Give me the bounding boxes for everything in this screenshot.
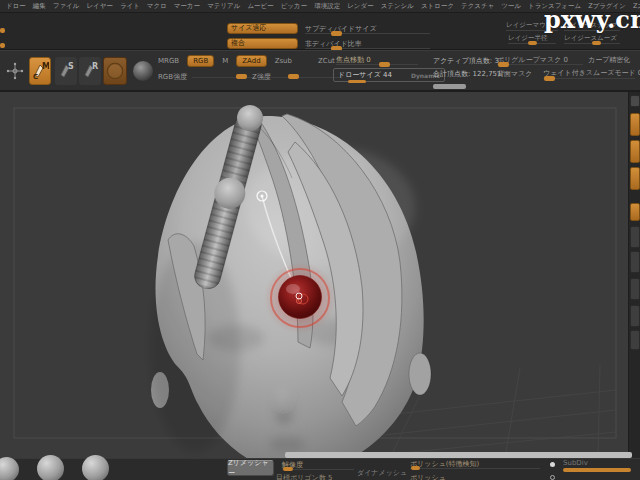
menu-item-preferences[interactable]: 環境設定 (314, 2, 340, 11)
tray-gray-button-3[interactable] (630, 278, 640, 300)
backface-mask-label[interactable]: 背面マスク (497, 69, 533, 79)
watermark-text: pxwy.cn (544, 5, 640, 34)
tray-orange-button-3[interactable] (630, 167, 640, 190)
left-edge-slider-handle[interactable] (0, 28, 5, 33)
target-poly-label[interactable]: 目標ポリゴン数 5 (276, 473, 332, 480)
subdivide-size-handle[interactable] (331, 31, 342, 36)
menu-item-marker[interactable]: マーカー (174, 2, 200, 11)
weighted-smooth-handle[interactable] (544, 76, 555, 81)
draw-pointer-icon[interactable] (4, 57, 26, 85)
focal-shift-track[interactable] (336, 64, 418, 65)
menu-item-render[interactable]: レンダー (347, 2, 373, 11)
menu-item-draw[interactable]: ドロー (6, 2, 26, 11)
svg-text:C: C (33, 73, 38, 81)
active-points-stat: アクティブ頂点数: 3 (433, 56, 499, 66)
zadd-mode[interactable]: ZAdd (236, 55, 266, 67)
menu-item-macro[interactable]: マクロ (147, 2, 167, 11)
polish-radio[interactable] (550, 475, 555, 480)
lazy-smooth-handle[interactable] (592, 41, 601, 45)
menu-item-stroke[interactable]: ストローク (421, 2, 454, 11)
draw-size-handle[interactable] (348, 80, 366, 83)
tray-orange-button-2[interactable] (630, 140, 640, 163)
brush-thumbnail-2[interactable] (37, 455, 64, 480)
z-intensity-track[interactable] (274, 77, 340, 78)
viewport-3d-model[interactable] (0, 92, 628, 458)
mrgb-mode[interactable]: MRGB (158, 57, 179, 65)
brush-thumbnail-3[interactable] (82, 455, 109, 480)
rgb-mode[interactable]: RGB (187, 55, 214, 67)
subdivide-size-track[interactable] (305, 33, 430, 34)
weighted-smooth-track[interactable] (543, 78, 635, 79)
menu-item-stencil[interactable]: ステンシル (381, 2, 414, 11)
menu-item-layer[interactable]: レイヤー (86, 2, 112, 11)
svg-text:S: S (68, 62, 74, 71)
polish-detect-track[interactable] (410, 468, 540, 469)
draw-size-label: ドローサイズ 44 (338, 70, 392, 80)
menu-item-texture[interactable]: テクスチャ (461, 2, 494, 11)
paint-brush-s-icon[interactable]: S (55, 57, 77, 85)
svg-text:R: R (92, 62, 98, 71)
menu-item-light[interactable]: ライト (120, 2, 140, 11)
material-circle-icon[interactable] (103, 57, 127, 85)
tray-orange-button-4[interactable] (630, 203, 640, 221)
polygroup-mask-handle[interactable] (498, 62, 509, 67)
bottom-tray: Zリメッシャー 解像度 目標ポリゴン数 5 ダイナメッシュ ポリッシュ(特徴検知… (0, 458, 640, 480)
z-intensity-label: Z強度 (252, 72, 271, 82)
menu-item-material[interactable]: マテリアル (207, 2, 240, 11)
zsub-mode[interactable]: Zsub (275, 57, 292, 65)
mode-buttons: MRGB RGB M ZAdd Zsub ZCut (158, 55, 335, 67)
combined-button[interactable]: 複合 (227, 38, 298, 49)
lazy-smooth-label[interactable]: レイジースムーズ (564, 34, 617, 43)
menu-item-tool[interactable]: ツール (501, 2, 521, 11)
tool-shelf: M C S R MRGB RGB (0, 50, 640, 92)
dynamesh-label: ダイナメッシュ (357, 468, 407, 478)
total-points-stat: 合計頂点数: 122,751 (433, 69, 502, 79)
resolution-handle[interactable] (283, 467, 293, 471)
rgb-intensity-handle[interactable] (236, 74, 247, 79)
menu-item-edit[interactable]: 編集 (33, 2, 46, 11)
polish-detect-radio[interactable] (550, 462, 555, 467)
adaptive-size-button[interactable]: サイズ適応 (227, 23, 298, 34)
zcut-mode[interactable]: ZCut (318, 57, 335, 65)
tray-gray-button-2[interactable] (630, 251, 640, 273)
menu-item-picker[interactable]: ピッカー (281, 2, 307, 11)
menu-item-file[interactable]: ファイル (53, 2, 80, 11)
right-ear (409, 353, 431, 395)
rgb-intensity-label: RGB強度 (158, 72, 187, 82)
weighted-smooth-label: ウェイト付きスムーズモード 0 (543, 68, 640, 78)
polygroup-mask-track[interactable] (497, 64, 583, 65)
viewport-canvas[interactable] (0, 92, 628, 458)
undivide-ratio-track[interactable] (305, 48, 430, 49)
focal-shift-handle[interactable] (379, 62, 390, 67)
left-edge-slider-handle2[interactable] (0, 43, 5, 48)
right-tray (628, 92, 640, 480)
tray-orange-button-1[interactable] (630, 113, 640, 136)
red-sphere[interactable] (264, 262, 336, 334)
zremesher-button[interactable]: Zリメッシャー (227, 460, 274, 476)
tray-gray-button-1[interactable] (630, 226, 640, 248)
polish-detect-handle[interactable] (411, 466, 420, 470)
paint-brush-m-icon[interactable]: M C (29, 57, 51, 85)
tray-gray-button-4[interactable] (630, 305, 640, 327)
material-sphere-icon[interactable] (131, 57, 155, 85)
svg-text:M: M (42, 62, 49, 71)
z-intensity-handle[interactable] (288, 74, 299, 79)
subdiv-slider-fill[interactable] (563, 468, 631, 472)
zbrush-window: ドロー 編集 ファイル レイヤー ライト マクロ マーカー マテリアル ムービー… (0, 0, 640, 480)
paint-brush-r-icon[interactable]: R (79, 57, 101, 85)
tray-gray-button-5[interactable] (630, 330, 640, 350)
m-mode[interactable]: M (222, 57, 228, 65)
lazy-radius-handle[interactable] (528, 41, 537, 45)
polish-label: ポリッシュ (410, 473, 446, 480)
tray-divider-icon[interactable] (630, 95, 640, 107)
menu-item-movie[interactable]: ムービー (247, 2, 273, 11)
subdiv-label: SubDiv (563, 459, 588, 467)
curve-refine-label[interactable]: カーブ精密化 (588, 55, 630, 65)
brush-thumbnail-1[interactable] (0, 457, 19, 480)
mini-progress-bar[interactable] (433, 84, 466, 89)
